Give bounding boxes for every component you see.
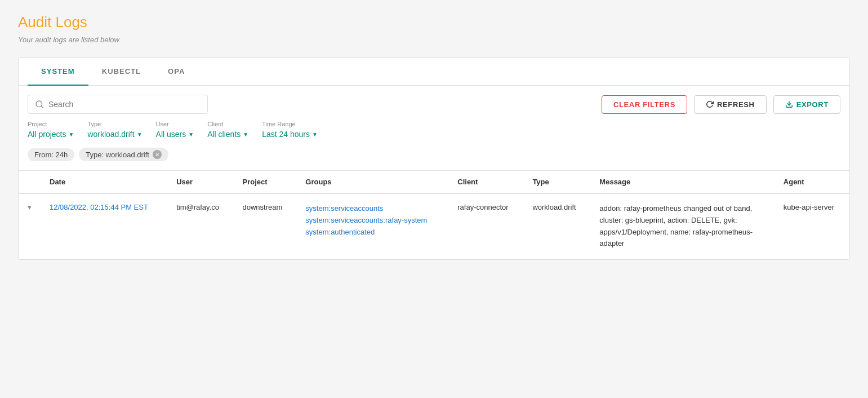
- filter-project: Project All projects ▼: [28, 121, 74, 139]
- chip-type: Type: workload.drift ✕: [79, 148, 168, 161]
- filter-project-label: Project: [28, 121, 74, 127]
- row-expand-button[interactable]: ▾: [19, 193, 41, 259]
- filter-client-value: All clients: [207, 130, 241, 139]
- col-project: Project: [233, 171, 296, 193]
- filter-timerange-label: Time Range: [262, 121, 318, 127]
- search-box[interactable]: [28, 95, 208, 114]
- filter-type-value: workload.drift: [87, 130, 134, 139]
- filter-user: User All users ▼: [156, 121, 194, 139]
- tabs-bar: SYSTEM KUBECTL OPA: [19, 58, 849, 86]
- row-user: tim@rafay.co: [167, 193, 233, 259]
- tab-kubectl[interactable]: KUBECTL: [88, 58, 154, 86]
- col-message: Message: [590, 171, 774, 193]
- filter-type: Type workload.drift ▼: [87, 121, 142, 139]
- filter-type-select[interactable]: workload.drift ▼: [87, 130, 142, 139]
- row-message: addon: rafay-prometheus changed out of b…: [590, 193, 774, 259]
- search-input[interactable]: [48, 100, 201, 109]
- row-date: 12/08/2022, 02:15:44 PM EST: [41, 193, 167, 259]
- main-card: SYSTEM KUBECTL OPA CLEAR FILTERS REFRESH: [18, 58, 850, 260]
- refresh-button[interactable]: REFRESH: [694, 95, 767, 114]
- svg-line-1: [41, 106, 43, 108]
- chips-row: From: 24h Type: workload.drift ✕: [19, 148, 849, 170]
- filter-user-select[interactable]: All users ▼: [156, 130, 194, 139]
- col-groups: Groups: [296, 171, 448, 193]
- chevron-down-icon: ▼: [312, 131, 318, 138]
- filter-user-label: User: [156, 121, 194, 127]
- col-client: Client: [448, 171, 523, 193]
- clear-filters-button[interactable]: CLEAR FILTERS: [602, 95, 687, 114]
- tab-opa[interactable]: OPA: [154, 58, 198, 86]
- export-button[interactable]: EXPORT: [773, 95, 840, 114]
- col-date: Date: [41, 171, 167, 193]
- export-label: EXPORT: [796, 100, 829, 109]
- chip-from: From: 24h: [28, 148, 74, 161]
- chevron-down-icon: ▼: [137, 131, 143, 138]
- chip-from-label: From: 24h: [34, 151, 68, 159]
- chevron-down-icon: ▼: [68, 131, 74, 138]
- row-project: downstream: [233, 193, 296, 259]
- filter-client-select[interactable]: All clients ▼: [207, 130, 248, 139]
- col-agent: Agent: [774, 171, 849, 193]
- tab-system[interactable]: SYSTEM: [28, 58, 88, 86]
- filters-row: Project All projects ▼ Type workload.dri…: [19, 121, 849, 148]
- col-user: User: [167, 171, 233, 193]
- chip-type-close-button[interactable]: ✕: [153, 150, 162, 159]
- page-subtitle: Your audit logs are listed below: [18, 36, 850, 44]
- filter-project-value: All projects: [28, 130, 66, 139]
- search-icon: [35, 100, 44, 109]
- refresh-label: REFRESH: [717, 100, 755, 109]
- filter-project-select[interactable]: All projects ▼: [28, 130, 74, 139]
- audit-log-table: Date User Project Groups Client Type Mes…: [19, 170, 849, 259]
- filter-timerange-select[interactable]: Last 24 hours ▼: [262, 130, 318, 139]
- filter-timerange: Time Range Last 24 hours ▼: [262, 121, 318, 139]
- row-agent: kube-api-server: [774, 193, 849, 259]
- table-row: ▾ 12/08/2022, 02:15:44 PM EST tim@rafay.…: [19, 193, 849, 259]
- export-icon: [785, 100, 793, 108]
- row-type: workload.drift: [523, 193, 590, 259]
- filter-timerange-value: Last 24 hours: [262, 130, 310, 139]
- chevron-down-icon: ▼: [188, 131, 194, 138]
- page-title: Audit Logs: [18, 14, 850, 31]
- filter-type-label: Type: [87, 121, 142, 127]
- refresh-icon: [706, 100, 714, 108]
- col-type: Type: [523, 171, 590, 193]
- row-client: rafay-connector: [448, 193, 523, 259]
- filter-client-label: Client: [207, 121, 248, 127]
- filter-user-value: All users: [156, 130, 186, 139]
- toolbar: CLEAR FILTERS REFRESH EXPORT: [19, 86, 849, 121]
- chevron-down-icon: ▼: [243, 131, 248, 138]
- col-expand: [19, 171, 41, 193]
- row-groups: system:serviceaccounts system:serviceacc…: [296, 193, 448, 259]
- filter-client: Client All clients ▼: [207, 121, 248, 139]
- chip-type-label: Type: workload.drift: [86, 151, 149, 159]
